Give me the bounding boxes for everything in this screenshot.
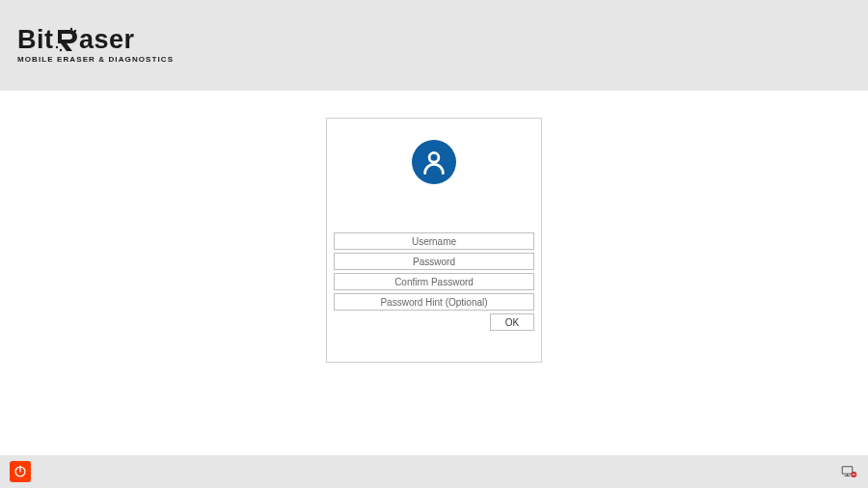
power-icon bbox=[14, 465, 27, 478]
ok-button[interactable]: OK bbox=[490, 313, 534, 331]
network-status-button[interactable] bbox=[839, 464, 858, 479]
power-button[interactable] bbox=[10, 461, 31, 482]
password-hint-field[interactable] bbox=[334, 293, 534, 311]
username-field[interactable] bbox=[334, 232, 534, 250]
svg-point-6 bbox=[429, 152, 439, 162]
svg-text:Bit: Bit bbox=[17, 27, 54, 54]
svg-point-1 bbox=[70, 28, 72, 30]
login-card: OK bbox=[326, 118, 542, 363]
main-area: OK bbox=[0, 91, 868, 455]
brand-name: Bit aser bbox=[17, 27, 174, 54]
brand-tagline: MOBILE ERASER & DIAGNOSTICS bbox=[17, 56, 174, 64]
confirm-password-field[interactable] bbox=[334, 273, 534, 290]
app-footer bbox=[0, 455, 868, 488]
brand-logo: Bit aser MOBILE ERASER & DIAGNOSTICS bbox=[17, 27, 174, 64]
button-row: OK bbox=[334, 313, 534, 331]
password-field[interactable] bbox=[334, 253, 534, 270]
app-header: Bit aser MOBILE ERASER & DIAGNOSTICS bbox=[0, 0, 868, 91]
svg-text:aser: aser bbox=[79, 27, 135, 54]
network-disconnected-icon bbox=[840, 465, 857, 478]
svg-point-3 bbox=[60, 49, 62, 51]
svg-point-2 bbox=[74, 30, 76, 32]
svg-rect-9 bbox=[842, 467, 853, 474]
svg-point-4 bbox=[56, 46, 58, 48]
user-icon bbox=[412, 140, 456, 184]
